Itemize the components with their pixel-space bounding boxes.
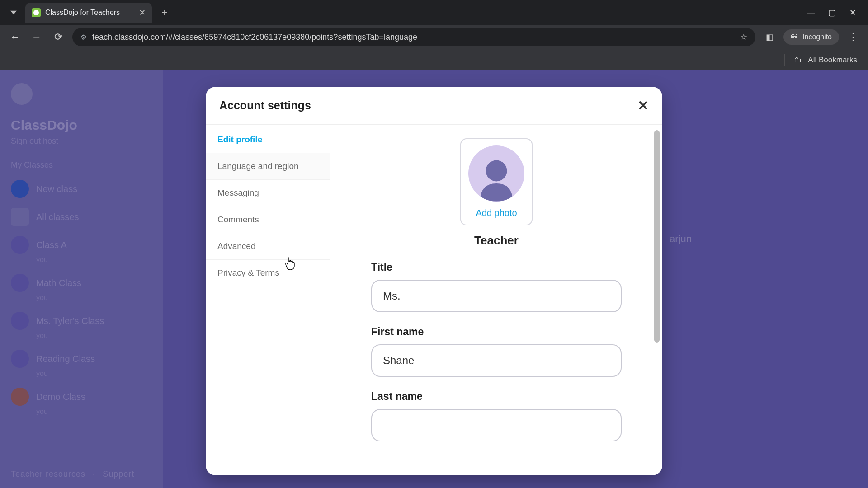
back-button[interactable]: ← bbox=[7, 29, 23, 45]
tab-search-dropdown[interactable] bbox=[4, 3, 24, 23]
bookmarks-bar: 🗀 All Bookmarks bbox=[0, 49, 868, 70]
close-icon[interactable]: ✕ bbox=[637, 98, 649, 113]
last-name-label: Last name bbox=[371, 390, 622, 403]
settings-nav: Edit profile Language and region Messagi… bbox=[206, 125, 330, 475]
window-close-icon[interactable]: ✕ bbox=[849, 8, 856, 18]
settings-content: Add photo Teacher Title First name Last … bbox=[330, 125, 662, 475]
tab-title: ClassDojo for Teachers bbox=[45, 9, 120, 17]
nav-language-region[interactable]: Language and region bbox=[206, 153, 330, 180]
url-text: teach.classdojo.com/#/classes/65974c810c… bbox=[92, 33, 417, 42]
incognito-icon: 🕶 bbox=[791, 33, 798, 41]
window-maximize-icon[interactable]: ▢ bbox=[828, 8, 836, 18]
all-bookmarks-label[interactable]: All Bookmarks bbox=[808, 56, 857, 65]
svg-point-0 bbox=[486, 160, 507, 182]
side-panel-icon[interactable]: ◧ bbox=[762, 29, 777, 45]
browser-titlebar: ClassDojo for Teachers ✕ + — ▢ ✕ bbox=[0, 0, 868, 25]
modal-title: Account settings bbox=[219, 99, 311, 112]
nav-messaging[interactable]: Messaging bbox=[206, 180, 330, 206]
site-settings-icon[interactable]: ⚙ bbox=[80, 33, 87, 42]
account-settings-modal: Account settings ✕ Edit profile Language… bbox=[206, 87, 662, 475]
classdojo-favicon bbox=[32, 8, 41, 17]
all-bookmarks-folder-icon: 🗀 bbox=[794, 56, 802, 65]
bookmark-star-icon[interactable]: ☆ bbox=[740, 32, 747, 42]
browser-tab-active[interactable]: ClassDojo for Teachers ✕ bbox=[25, 3, 152, 23]
address-bar[interactable]: ⚙ teach.classdojo.com/#/classes/65974c81… bbox=[72, 28, 755, 46]
kebab-menu-icon[interactable]: ⋮ bbox=[845, 29, 861, 45]
avatar-placeholder bbox=[468, 145, 524, 202]
nav-privacy-terms[interactable]: Privacy & Terms bbox=[206, 260, 330, 286]
nav-advanced[interactable]: Advanced bbox=[206, 233, 330, 260]
close-tab-icon[interactable]: ✕ bbox=[139, 8, 146, 18]
last-name-input[interactable] bbox=[371, 409, 622, 441]
first-name-label: First name bbox=[371, 326, 622, 338]
scrollbar-thumb[interactable] bbox=[654, 130, 660, 343]
role-label: Teacher bbox=[344, 234, 649, 248]
nav-comments[interactable]: Comments bbox=[206, 206, 330, 233]
reload-button[interactable]: ⟳ bbox=[51, 29, 66, 45]
title-label: Title bbox=[371, 261, 622, 273]
browser-toolbar: ← → ⟳ ⚙ teach.classdojo.com/#/classes/65… bbox=[0, 25, 868, 49]
incognito-indicator[interactable]: 🕶 Incognito bbox=[783, 29, 839, 45]
window-minimize-icon[interactable]: — bbox=[807, 8, 815, 18]
title-input[interactable] bbox=[371, 280, 622, 312]
incognito-label: Incognito bbox=[802, 33, 832, 41]
add-photo-button[interactable]: Add photo bbox=[476, 208, 517, 218]
avatar-card: Add photo bbox=[460, 138, 533, 225]
forward-button[interactable]: → bbox=[29, 29, 44, 45]
first-name-input[interactable] bbox=[371, 344, 622, 377]
new-tab-button[interactable]: + bbox=[156, 5, 173, 21]
nav-edit-profile[interactable]: Edit profile bbox=[206, 127, 330, 153]
